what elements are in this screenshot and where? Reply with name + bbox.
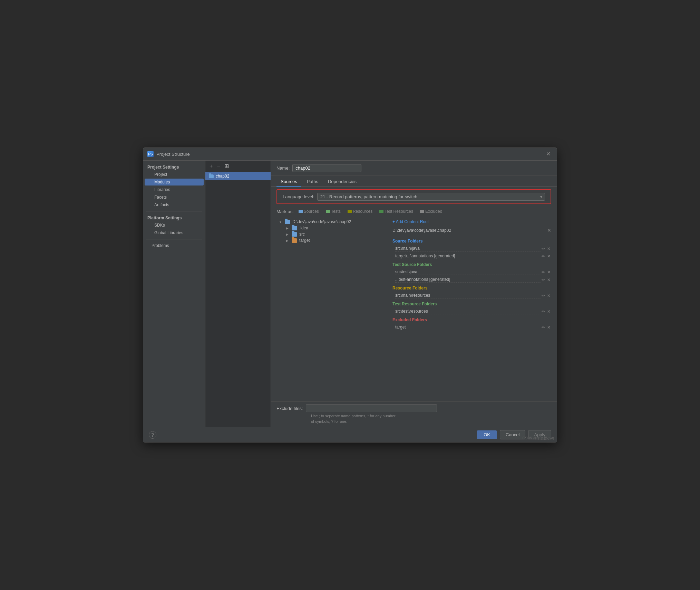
source-folder-remove-1-button[interactable]: ✕ (546, 246, 551, 251)
mark-tests-button[interactable]: Tests (324, 208, 343, 215)
sidebar-divider2 (146, 239, 202, 239)
mark-as-row: Mark as: Sources Tests Resources Test Re… (271, 207, 557, 216)
content-root-path-row: D:\dev\java\code\javase\chap02 ✕ (392, 228, 551, 233)
test-resource-folder-remove-button[interactable]: ✕ (546, 309, 551, 314)
source-folder-edit-1-button[interactable]: ✏ (541, 246, 546, 251)
mark-resources-button[interactable]: Resources (346, 208, 375, 215)
name-row: Name: (271, 161, 557, 176)
mark-sources-button[interactable]: Sources (296, 208, 321, 215)
tree-idea-label: .idea (299, 226, 308, 230)
tree-src-folder-icon (292, 232, 297, 237)
excluded-folders-title: Excluded Folders (392, 317, 551, 322)
test-source-folder-entry-1: src\test\java ✏ ✕ (392, 269, 551, 275)
sidebar-item-libraries[interactable]: Libraries (145, 186, 204, 193)
source-folder-path-2: target\...\annotations [generated] (395, 254, 541, 259)
tree-src-toggle-icon[interactable]: ▶ (285, 232, 290, 237)
test-source-folder-path-1: src\test\java (395, 269, 541, 275)
cancel-button[interactable]: Cancel (500, 430, 525, 439)
sidebar: Project Settings Project Modules Librari… (143, 161, 205, 427)
sidebar-item-problems[interactable]: Problems (145, 242, 204, 249)
source-folder-remove-2-button[interactable]: ✕ (546, 254, 551, 259)
sidebar-item-facets[interactable]: Facets (145, 194, 204, 201)
remove-module-button[interactable]: − (215, 163, 221, 170)
module-item-label: chap02 (216, 174, 229, 179)
help-button[interactable]: ? (149, 431, 156, 439)
test-folder-edit-2-button[interactable]: ✏ (541, 277, 546, 282)
excluded-mark-icon (420, 210, 424, 213)
source-folder-entry-1: src\main\java ✏ ✕ (392, 246, 551, 252)
tree-root-folder-icon (285, 220, 290, 224)
tree-target-label: target (299, 238, 310, 243)
ok-button[interactable]: OK (477, 430, 497, 439)
tree-item-src[interactable]: ▶ src (283, 231, 387, 237)
add-module-button[interactable]: + (208, 163, 214, 170)
language-level-select[interactable]: 21 - Record patterns, pattern matching f… (317, 193, 545, 201)
project-structure-dialog: PS Project Structure ✕ Project Settings … (143, 148, 557, 442)
resource-folders-title: Resource Folders (392, 286, 551, 291)
hint-text-line1: Use ; to separate name patterns, * for a… (276, 413, 551, 424)
module-folder-icon (209, 174, 214, 178)
bottom-section: Exclude files: Use ; to separate name pa… (271, 401, 557, 427)
title-bar: PS Project Structure ✕ (143, 148, 557, 161)
dialog-title: Project Structure (156, 152, 190, 157)
language-level-label: Language level: (283, 194, 314, 199)
tab-sources[interactable]: Sources (276, 177, 301, 187)
test-folder-remove-1-button[interactable]: ✕ (546, 270, 551, 275)
test-resource-folder-edit-button[interactable]: ✏ (541, 309, 546, 314)
main-content: Name: Sources Paths Dependencies → Langu… (271, 161, 557, 427)
tree-root-item[interactable]: ▾ D:\dev\java\code\javase\chap02 (276, 219, 387, 225)
resource-folder-path-1: src\main\resources (395, 293, 541, 298)
sources-mark-icon (299, 210, 303, 213)
tree-idea-folder-icon (292, 226, 297, 230)
resource-folder-remove-button[interactable]: ✕ (546, 293, 551, 298)
tab-paths[interactable]: Paths (303, 177, 322, 187)
mark-test-resources-button[interactable]: Test Resources (377, 208, 415, 215)
test-resources-mark-icon (379, 210, 383, 213)
resource-folder-entry-1: src\main\resources ✏ ✕ (392, 293, 551, 299)
tree-target-toggle-icon[interactable]: ▶ (285, 238, 290, 243)
source-folder-edit-2-button[interactable]: ✏ (541, 254, 546, 259)
language-level-row: → Language level: 21 - Record patterns, … (276, 189, 551, 204)
test-source-folder-entry-2: ...test-annotations [generated] ✏ ✕ (392, 277, 551, 283)
source-folder-entry-2: target\...\annotations [generated] ✏ ✕ (392, 253, 551, 259)
copy-module-button[interactable]: ⊞ (223, 163, 230, 170)
sidebar-item-global-libraries[interactable]: Global Libraries (145, 229, 204, 236)
test-folder-remove-2-button[interactable]: ✕ (546, 277, 551, 282)
tree-item-target[interactable]: ▶ target (283, 237, 387, 244)
sidebar-item-sdks[interactable]: SDKs (145, 222, 204, 229)
module-list-item-chap02[interactable]: chap02 (205, 172, 271, 180)
close-button[interactable]: ✕ (544, 151, 553, 158)
tree-target-folder-icon (292, 238, 297, 243)
tree-idea-toggle-icon[interactable]: ▶ (285, 226, 290, 230)
resources-mark-icon (348, 210, 352, 213)
test-source-folders-title: Test Source Folders (392, 262, 551, 267)
sidebar-item-project[interactable]: Project (145, 171, 204, 178)
excluded-folder-path-1: target (395, 325, 541, 330)
test-resource-folder-path-1: src\test\resources (395, 309, 541, 314)
sidebar-item-artifacts[interactable]: Artifacts (145, 201, 204, 208)
resource-folder-edit-button[interactable]: ✏ (541, 293, 546, 298)
content-split: ▾ D:\dev\java\code\javase\chap02 ▶ .idea… (271, 216, 557, 401)
test-resource-folder-entry-1: src\test\resources ✏ ✕ (392, 308, 551, 315)
exclude-files-input[interactable] (306, 405, 437, 412)
name-input[interactable] (292, 164, 361, 172)
test-source-folder-path-2: ...test-annotations [generated] (395, 277, 541, 283)
dialog-body: Project Settings Project Modules Librari… (143, 161, 557, 427)
add-content-root-button[interactable]: + Add Content Root (392, 219, 551, 225)
sidebar-item-modules[interactable]: Modules (145, 179, 204, 185)
content-root-close-button[interactable]: ✕ (547, 228, 551, 233)
mark-excluded-button[interactable]: Excluded (418, 208, 444, 215)
excluded-folder-edit-button[interactable]: ✏ (541, 325, 546, 330)
excluded-folder-remove-button[interactable]: ✕ (546, 325, 551, 330)
watermark: CSDN @李昊哲小鸡 (523, 436, 554, 441)
test-folder-edit-1-button[interactable]: ✏ (541, 270, 546, 275)
source-folder-path-1: src\main\java (395, 246, 541, 251)
module-list-area: + − ⊞ chap02 (205, 161, 271, 427)
platform-settings-label: Platform Settings (143, 214, 205, 221)
tab-dependencies[interactable]: Dependencies (324, 177, 361, 187)
tree-root-toggle-icon[interactable]: ▾ (278, 219, 283, 224)
mark-as-label: Mark as: (276, 209, 294, 214)
tree-item-idea[interactable]: ▶ .idea (283, 225, 387, 231)
app-icon: PS (147, 151, 154, 157)
tree-src-label: src (299, 232, 305, 237)
